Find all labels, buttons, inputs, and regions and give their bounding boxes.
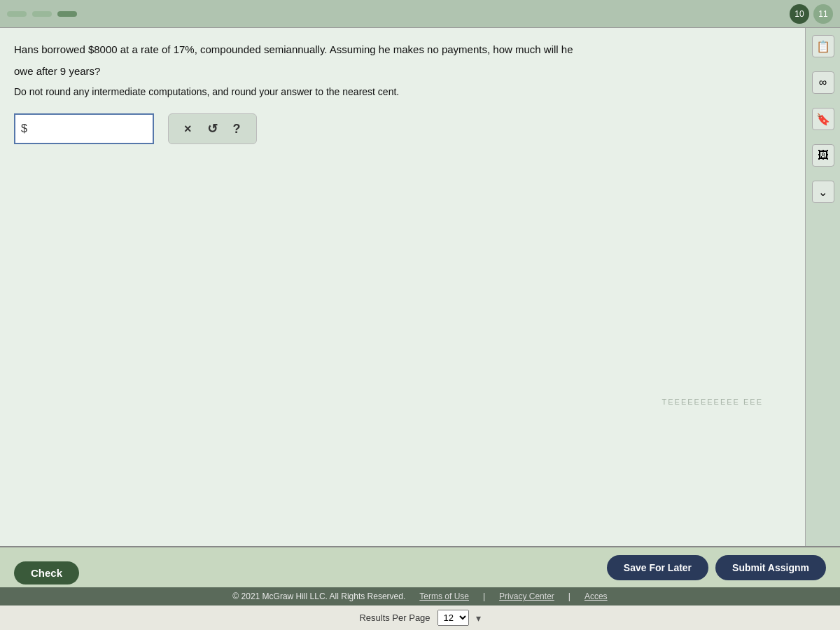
nav-btn-1[interactable] (7, 11, 27, 17)
copyright-text: © 2021 McGraw Hill LLC. All Rights Reser… (232, 592, 405, 601)
clear-button[interactable]: × (180, 120, 196, 138)
undo-button[interactable]: ↺ (203, 120, 222, 138)
question-line2: owe after 9 years? (14, 64, 791, 80)
nav-num-11[interactable]: 11 (813, 4, 833, 24)
dollar-sign: $ (21, 122, 27, 135)
right-sidebar: 📋 ∞ 🔖 🖼 ⌄ (805, 28, 840, 574)
bottom-actions: Save For Later Submit Assignm (0, 547, 840, 587)
results-per-page-select[interactable]: 12 24 48 (438, 610, 469, 626)
check-button[interactable]: Check (14, 561, 79, 584)
nav-numbers: 10 11 (790, 4, 833, 24)
notes-icon[interactable]: 📋 (812, 35, 834, 57)
answer-input[interactable] (30, 122, 147, 135)
terms-link[interactable]: Terms of Use (419, 592, 469, 601)
chevron-down-icon[interactable]: ⌄ (812, 181, 834, 203)
results-bar: Results Per Page 12 24 48 ▾ (0, 606, 840, 630)
bottom-bar: Check Save For Later Submit Assignm © 20… (0, 546, 840, 630)
help-button[interactable]: ? (229, 120, 245, 138)
save-later-button[interactable]: Save For Later (607, 555, 708, 580)
results-label: Results Per Page (359, 612, 430, 623)
top-nav-bar: 10 11 (0, 0, 840, 28)
dollar-input-wrapper[interactable]: $ (14, 113, 154, 144)
nav-placeholder: 10 11 (7, 4, 833, 24)
submit-button[interactable]: Submit Assignm (715, 555, 826, 580)
bookmark-icon[interactable]: 🔖 (812, 108, 834, 130)
chevron-indicator: ▾ (476, 612, 481, 624)
answer-row: $ × ↺ ? (14, 113, 791, 144)
access-link[interactable]: Acces (584, 592, 608, 601)
footer-links: © 2021 McGraw Hill LLC. All Rights Reser… (0, 587, 840, 606)
question-line1: Hans borrowed $8000 at a rate of 17%, co… (14, 42, 791, 58)
nav-btn-3[interactable] (57, 11, 77, 17)
watermark: TEEEEEEEEEEE EEE (662, 398, 764, 406)
separator2: | (568, 592, 570, 601)
privacy-link[interactable]: Privacy Center (499, 592, 554, 601)
nav-btn-2[interactable] (32, 11, 52, 17)
main-content: Hans borrowed $8000 at a rate of 17%, co… (0, 28, 805, 546)
nav-num-10[interactable]: 10 (790, 4, 809, 24)
action-buttons-row: × ↺ ? (168, 113, 257, 144)
image-icon[interactable]: 🖼 (812, 144, 834, 167)
infinity-icon[interactable]: ∞ (812, 71, 834, 94)
separator1: | (483, 592, 485, 601)
instruction-text: Do not round any intermediate computatio… (14, 85, 791, 99)
